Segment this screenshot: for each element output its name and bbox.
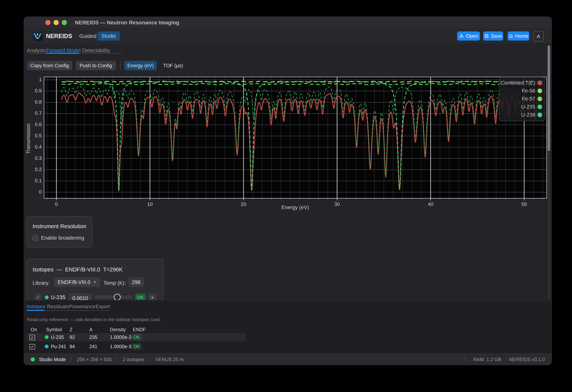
home-button[interactable]: Home [508,31,529,41]
status-right: RAM: 1.2 GB NEREIDS v0.1.0 [465,354,545,365]
legend-item[interactable]: U-238 [499,111,545,119]
instrument-resolution-card: Instrument Resolution Enable broadening [27,216,92,247]
col-header-symbol: Symbol [46,327,62,332]
legend-dot-fe57 [538,96,542,101]
open-file-icon [459,33,464,38]
transmission-chart[interactable] [25,75,551,210]
legend-dot-fe56 [538,89,542,93]
app-logo-icon [32,31,43,41]
save-floppy-icon [484,34,489,38]
bottom-panel: Isotopes Residuals Provenance Export Rea… [24,300,552,354]
legend-label: Fe-56 [522,88,535,94]
cell-z: 94 [70,342,75,351]
save-button[interactable]: Save [483,31,503,41]
push-to-config-button[interactable]: Push to Config [76,61,116,70]
app-window: NEREIDS — Neutron Resonance Imaging NERE… [24,16,552,365]
chart-legend: Combined T(E) Fe-56 Fe-57 U-235 U-238 [499,77,545,121]
chevron-down-icon: ▼ [93,280,96,284]
status-instrument: VENUS 25 m [155,357,184,362]
temp-label: Temp (K): [103,280,126,286]
temp-input[interactable]: 296 [129,278,144,287]
isotope-ok-badge: OK [135,294,146,301]
isotopes-card-title: Isotopes — ENDF/B-VIII.0 T=296K [32,267,123,273]
status-left: Studio Mode 256 × 256 × 500 2 isotopes V… [31,354,184,365]
toolbar-divider [120,61,120,70]
isotope-dot [45,296,48,299]
panel-note: Read-only reference — edit densities in … [27,317,161,322]
nav-item-studio[interactable]: Studio [97,31,120,41]
status-divider [465,357,465,362]
tab-active-indicator [46,53,79,54]
legend-label: U-238 [521,112,535,118]
panel-tab-export[interactable]: Export [96,303,110,310]
cell-symbol: U-235 [51,333,64,341]
brand-name: NEREIDS [46,29,72,44]
col-header-z: Z [70,327,72,332]
row-dot [45,345,48,348]
cell-a: 241 [89,342,97,351]
status-divider [117,357,117,362]
isotope-row: ✓ U-235 0.0010 OK × [27,293,163,301]
cell-z: 92 [70,333,75,341]
col-header-a: A [89,327,93,332]
enable-broadening-label: Enable broadening [41,235,84,241]
legend-item[interactable]: U-235 [499,103,545,111]
legend-item[interactable]: Combined T(E) [499,79,545,87]
minimize-window-icon[interactable] [54,20,59,25]
panel-tab-provenance[interactable]: Provenance [69,303,95,310]
row-dot [45,335,48,339]
title-bar: NEREIDS — Neutron Resonance Imaging [24,17,552,29]
library-dropdown[interactable]: ENDF/B-VIII.0 ▼ [54,278,100,287]
col-header-endf: ENDF [133,327,146,332]
energy-axis-toggle[interactable]: Energy (eV) [124,61,157,70]
legend-label: Fe-57 [522,96,535,102]
panel-tab-residuals[interactable]: Residuals [47,303,69,310]
x-axis-title: Energy (eV) [267,204,324,210]
open-button-label: Open [466,33,478,39]
open-button[interactable]: Open [457,31,480,41]
density-slider-knob[interactable] [114,294,121,300]
legend-label: Combined T(E) [500,80,535,86]
panel-tab-isotopes[interactable]: Isotopes [27,303,45,310]
col-header-density: Density [110,327,126,332]
isotopes-card: Isotopes — ENDF/B-VIII.0 T=296K Library:… [26,259,164,301]
window-title: NEREIDS — Neutron Resonance Imaging [75,17,179,28]
library-label: Library: [32,280,50,286]
status-divider [150,357,150,362]
library-value: ENDF/B-VIII.0 [58,280,90,285]
enable-broadening-toggle[interactable] [32,235,39,241]
scrollbar-thumb[interactable] [548,45,550,151]
legend-item[interactable]: Fe-56 [499,87,545,95]
isotope-enabled-checkbox[interactable]: ✓ [35,294,41,301]
desktop: { "window": { "title": "NEREIDS — Neutro… [0,0,572,392]
status-bar: Studio Mode 256 × 256 × 500 2 isotopes V… [24,354,552,365]
legend-dot-combined [538,80,542,85]
legend-label: U-235 [521,104,535,110]
tof-axis-toggle[interactable]: TOF (µs) [163,61,183,70]
maximize-window-icon[interactable] [62,20,67,25]
endf-status-badge: OK [132,334,142,340]
isotope-symbol: U-235 [51,294,65,300]
status-version: NEREIDS v0.1.0 [509,357,545,362]
save-button-label: Save [491,33,502,39]
status-ram: RAM: 1.2 GB [473,357,501,362]
remove-isotope-button[interactable]: × [148,294,157,301]
cell-symbol: Pu-241 [51,342,66,351]
copy-from-config-button[interactable]: Copy from Config [27,61,72,70]
row-checkbox[interactable]: ✓ [30,335,35,340]
cell-density: 1.0000e-3 [110,342,131,351]
endf-status-badge: OK [132,343,142,350]
nav-item-guided[interactable]: Guided [79,29,96,44]
density-input[interactable]: 0.0010 [69,294,92,301]
row-checkbox[interactable]: ✓ [30,344,35,349]
density-slider[interactable] [94,296,132,299]
cell-density: 1.0000e-3 [110,333,131,341]
home-icon [508,34,513,38]
status-divider [71,357,71,362]
panel-tab-active-indicator [27,310,44,311]
close-window-icon[interactable] [45,20,50,25]
legend-item[interactable]: Fe-57 [499,95,545,103]
avatar-button[interactable]: A [533,31,544,42]
mode-status-dot [31,357,35,361]
y-axis-title: Transmission [26,110,31,167]
